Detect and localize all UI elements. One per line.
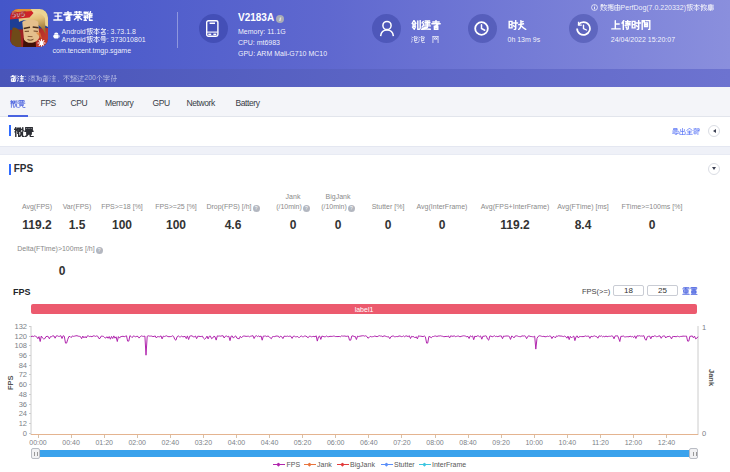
svg-text:5v5: 5v5: [12, 10, 26, 20]
